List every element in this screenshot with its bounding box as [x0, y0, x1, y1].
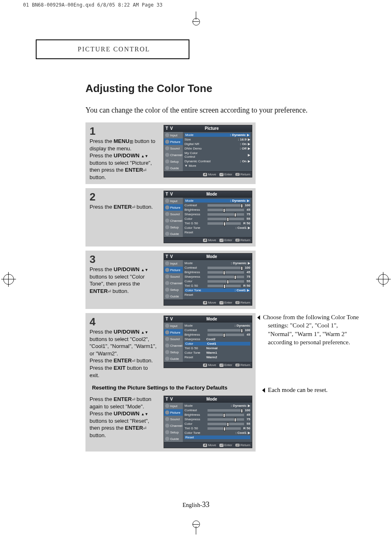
- osd-main: Mode: Dynamic▶ Size: 16:9▶ Digital NR: O…: [183, 132, 252, 171]
- page-number: English-33: [0, 500, 392, 509]
- page-title: Adjusting the Color Tone: [85, 82, 212, 95]
- registration-mark-left: [3, 274, 14, 285]
- step-4: 4 Press the UP/DOWN ▲▼ buttons to select…: [85, 313, 256, 452]
- step-4-osd: T VMode Input Picture Sound Channel Setu…: [164, 316, 251, 368]
- step-1-number: 1: [90, 125, 159, 138]
- enter-icon: ⏎: [132, 359, 135, 363]
- step-2-text: Press the ENTER⏎ button.: [90, 203, 158, 211]
- reset-osd: T VMode Input Picture Sound Channel Setu…: [164, 396, 251, 448]
- step-3-text: Press the UP/DOWN ▲▼ buttons to select "…: [90, 266, 158, 295]
- intro-text: You can change the color of the entire s…: [85, 106, 307, 115]
- prepress-header: 01 BN68-00929A-00Eng.qxd 6/8/05 8:22 AM …: [23, 2, 163, 8]
- osd-tv-label: T V: [166, 126, 173, 131]
- side-note-2: ◀Each mode can be reset.: [261, 386, 364, 394]
- step-3-number: 3: [90, 253, 159, 266]
- enter-icon: ⏎: [143, 426, 146, 431]
- step-1-text: Press the MENU▥ button to display the me…: [90, 138, 158, 181]
- step-4-text: Press the UP/DOWN ▲▼ buttons to select "…: [90, 328, 158, 379]
- updown-icon: ▲▼: [141, 268, 148, 272]
- section-header-box: PICTURE CONTROL: [36, 39, 189, 59]
- enter-icon: ⏎: [143, 168, 146, 173]
- section-title: PICTURE CONTROL: [78, 46, 150, 53]
- step-1: 1 Press the MENU▥ button to display the …: [85, 122, 256, 184]
- step-2: 2 Press the ENTER⏎ button. T VMode Input…: [85, 188, 256, 247]
- registration-mark-right: [378, 274, 389, 285]
- step-2-osd: T VMode Input Picture Sound Channel Setu…: [164, 191, 251, 243]
- step-2-number: 2: [90, 191, 159, 203]
- updown-icon: ▲▼: [141, 412, 148, 416]
- crop-mark-top: [196, 12, 196, 20]
- osd-footer: ✥Move ⏎Enter IIIReturn: [164, 171, 252, 177]
- enter-icon: ⏎: [108, 289, 111, 294]
- reset-text: Press the ENTER⏎ button again to select …: [90, 396, 158, 439]
- updown-icon: ▲▼: [141, 154, 148, 158]
- osd-panel-title: Picture: [205, 126, 219, 131]
- menu-icon: ▥: [129, 139, 133, 144]
- updown-icon: ▲▼: [141, 330, 148, 334]
- step-4-number: 4: [90, 316, 159, 328]
- crop-mark-bottom: [196, 526, 196, 534]
- osd-sidebar: Input Picture Sound Channel Setup Guide: [164, 132, 183, 171]
- steps-column: 1 Press the MENU▥ button to display the …: [85, 122, 256, 452]
- step-3: 3 Press the UP/DOWN ▲▼ buttons to select…: [85, 251, 256, 309]
- step-3-osd: T VMode Input Picture Sound Channel Setu…: [164, 253, 251, 306]
- left-triangle-icon: ◀: [262, 386, 265, 394]
- enter-icon: ⏎: [132, 397, 135, 402]
- reset-heading: Resetting the Picture Settings to the Fa…: [90, 382, 230, 392]
- enter-icon: ⏎: [132, 205, 135, 210]
- manual-page: 01 BN68-00929A-00Eng.qxd 6/8/05 8:22 AM …: [0, 0, 392, 546]
- step-1-osd: T VPicture Input Picture Sound Channel S…: [164, 125, 251, 177]
- side-note-1: ◀Choose from the following Color Tone se…: [261, 313, 364, 350]
